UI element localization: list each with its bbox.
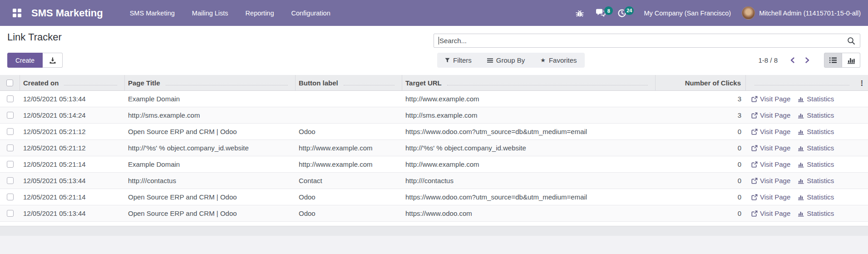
row-checkbox[interactable]	[7, 95, 14, 102]
row-select-cell	[0, 91, 20, 107]
row-checkbox[interactable]	[7, 112, 14, 119]
top-navbar: SMS Marketing SMS Marketing Mailing List…	[0, 0, 868, 26]
app-brand-title[interactable]: SMS Marketing	[31, 7, 103, 19]
statistics-button[interactable]: Statistics	[798, 209, 834, 217]
statistics-button[interactable]: Statistics	[798, 144, 834, 152]
cell-page-title: http:///contactus	[125, 173, 296, 189]
select-all-cell	[0, 75, 20, 90]
list-view-button[interactable]	[824, 53, 842, 68]
cell-created-on: 12/05/2021 05:21:14	[20, 156, 125, 172]
company-switcher[interactable]: My Company (San Francisco)	[644, 10, 731, 17]
visit-page-button[interactable]: Visit Page	[751, 95, 790, 103]
table-row[interactable]: 12/05/2021 05:13:44 http:///contactus Co…	[0, 173, 868, 189]
user-menu[interactable]: Mitchell Admin (11415701-15-0-all)	[742, 6, 861, 20]
header-number-of-clicks[interactable]: Number of Clicks	[656, 75, 746, 90]
table-row[interactable]: 12/05/2021 05:14:24 http://sms.example.c…	[0, 107, 868, 124]
visit-page-button[interactable]: Visit Page	[751, 209, 790, 217]
visit-page-button[interactable]: Visit Page	[751, 160, 790, 168]
activities-button[interactable]: 24	[613, 5, 631, 21]
list-view-icon	[829, 56, 837, 64]
filters-button[interactable]: Filters	[437, 53, 479, 68]
external-link-icon	[751, 178, 758, 184]
statistics-button[interactable]: Statistics	[798, 111, 834, 119]
header-page-title[interactable]: Page Title	[125, 75, 296, 90]
messages-button[interactable]: 8	[591, 5, 610, 20]
visit-page-button[interactable]: Visit Page	[751, 128, 790, 135]
bar-chart-icon	[798, 129, 804, 135]
cell-row-actions: Visit Page Statistics	[746, 91, 868, 107]
cell-page-title: http://'%s' % object.company_id.website	[125, 140, 296, 156]
visit-page-button[interactable]: Visit Page	[751, 177, 790, 184]
visit-page-button[interactable]: Visit Page	[751, 111, 790, 119]
table-row[interactable]: 12/05/2021 05:13:44 Example Domain http:…	[0, 91, 868, 107]
pager-previous-button[interactable]	[786, 55, 799, 65]
menu-configuration[interactable]: Configuration	[282, 0, 339, 26]
row-checkbox[interactable]	[7, 161, 14, 168]
odoo-backend-screen: SMS Marketing SMS Marketing Mailing List…	[0, 0, 868, 254]
table-row[interactable]: 12/05/2021 05:21:14 Example Domain http:…	[0, 156, 868, 173]
cell-row-actions: Visit Page Statistics	[746, 173, 868, 189]
menu-sms-marketing[interactable]: SMS Marketing	[121, 0, 183, 26]
filter-funnel-icon	[445, 58, 450, 63]
cell-target-url: http:///contactus	[402, 173, 656, 189]
menu-mailing-lists[interactable]: Mailing Lists	[183, 0, 237, 26]
pager: 1-8 / 8	[758, 55, 814, 65]
pager-next-button[interactable]	[801, 55, 814, 65]
table-header-row: Created on Page Title Button label Targe…	[0, 75, 868, 91]
cell-row-actions: Visit Page Statistics	[746, 107, 868, 123]
statistics-button[interactable]: Statistics	[798, 177, 834, 184]
footer-strip-light	[0, 236, 868, 254]
search-input[interactable]	[439, 37, 847, 45]
table-row[interactable]: 12/05/2021 05:13:44 Open Source ERP and …	[0, 205, 868, 222]
header-button-label[interactable]: Button label	[296, 75, 402, 90]
select-all-checkbox[interactable]	[6, 80, 13, 86]
action-buttons: Create	[7, 53, 63, 68]
table-row[interactable]: 12/05/2021 05:21:12 Open Source ERP and …	[0, 124, 868, 140]
cell-created-on: 12/05/2021 05:13:44	[20, 173, 125, 189]
row-select-cell	[0, 156, 20, 172]
visit-page-button[interactable]: Visit Page	[751, 144, 790, 152]
table-row[interactable]: 12/05/2021 05:21:14 Open Source ERP and …	[0, 189, 868, 205]
row-checkbox[interactable]	[7, 177, 14, 184]
apps-menu-button[interactable]	[8, 5, 26, 21]
cell-number-of-clicks: 0	[656, 173, 746, 189]
table-row[interactable]: 12/05/2021 05:21:12 http://'%s' % object…	[0, 140, 868, 156]
group-by-button[interactable]: Group By	[479, 53, 533, 68]
cell-target-url: https://www.odoo.com?utm_source=db&utm_m…	[402, 189, 656, 205]
cell-row-actions: Visit Page Statistics	[746, 205, 868, 221]
bar-chart-icon	[798, 161, 804, 168]
top-menu-bar: SMS Marketing Mailing Lists Reporting Co…	[121, 0, 339, 26]
statistics-button[interactable]: Statistics	[798, 193, 834, 201]
cell-target-url: http://sms.example.com	[402, 107, 656, 123]
row-checkbox[interactable]	[7, 210, 14, 217]
row-checkbox[interactable]	[7, 128, 14, 135]
visit-page-button[interactable]: Visit Page	[751, 193, 790, 201]
view-switcher	[824, 53, 860, 68]
search-icon[interactable]	[847, 37, 855, 45]
menu-reporting[interactable]: Reporting	[237, 0, 283, 26]
graph-view-button[interactable]	[842, 53, 860, 68]
statistics-button[interactable]: Statistics	[798, 128, 834, 135]
cell-page-title: Open Source ERP and CRM | Odoo	[125, 124, 296, 139]
header-target-url[interactable]: Target URL	[402, 75, 656, 90]
bar-chart-icon	[798, 178, 804, 184]
row-select-cell	[0, 107, 20, 123]
cell-row-actions: Visit Page Statistics	[746, 140, 868, 156]
external-link-icon	[751, 145, 758, 151]
row-checkbox[interactable]	[7, 144, 14, 151]
statistics-button[interactable]: Statistics	[798, 160, 834, 168]
graph-view-icon	[847, 56, 855, 64]
cell-created-on: 12/05/2021 05:21:14	[20, 189, 125, 205]
statistics-button[interactable]: Statistics	[798, 95, 834, 103]
header-created-on[interactable]: Created on	[20, 75, 125, 90]
header-actions: ⋮	[746, 75, 868, 90]
create-button[interactable]: Create	[7, 53, 43, 68]
cell-target-url: http://www.example.com	[402, 91, 656, 107]
chevron-left-icon	[790, 57, 795, 64]
export-button[interactable]	[43, 53, 63, 68]
optional-columns-icon[interactable]: ⋮	[858, 80, 865, 86]
favorites-button[interactable]: ★ Favorites	[533, 53, 584, 68]
debug-bug-button[interactable]	[571, 6, 588, 20]
apps-grid-icon	[13, 9, 21, 17]
row-checkbox[interactable]	[7, 194, 14, 200]
